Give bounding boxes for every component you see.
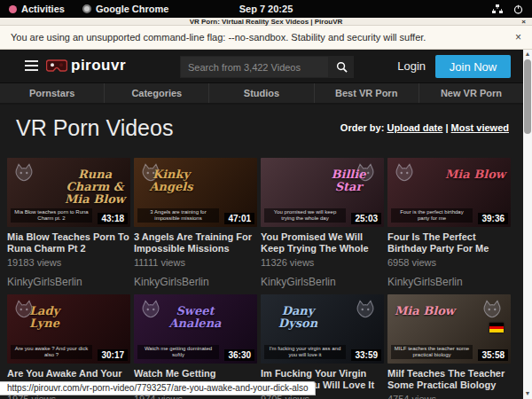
thumbnail-overlay-title: Billie Star [317,168,380,193]
thumbnail-overlay-title: Kinky Angels [139,168,203,193]
thumbnail-overlay-title: Mia Blow [443,168,507,181]
activities-label: Activities [21,4,65,14]
chrome-infobar: You are using an unsupported command-lin… [0,26,532,50]
vr-goggles-icon [46,59,67,73]
thumbnail-overlay-title: Dany Dyson [266,305,330,330]
video-title-link[interactable]: 3 Angels Are Training For Impossible Mis… [134,231,257,254]
power-icon[interactable] [513,4,523,14]
activities-dot-icon [9,5,17,13]
studio-cat-mask-icon [393,161,416,184]
thumbnail-caption: Watch me getting dominated softly [137,345,219,359]
infobar-message: You are using an unsupported command-lin… [11,32,426,43]
duration-badge: 39:36 [478,213,508,224]
video-thumbnail[interactable]: Mia Blow Four is the perfect birthday pa… [387,158,511,227]
duration-badge: 33:59 [351,349,381,361]
studio-cat-mask-icon [12,161,35,184]
studio-cat-mask-icon [481,298,504,321]
video-title-link[interactable]: Four Is The Perfect Birthday Party For M… [387,231,511,254]
window-titlebar: VR Porn: Virtual Reality Sex Videos | Pi… [0,18,532,26]
view-count: 19183 views [7,257,130,268]
duration-badge: 35:58 [478,349,508,361]
video-grid: Runa Charm & Mia Blow Mia Blow teaches p… [0,142,516,399]
activities-button[interactable]: Activities [0,0,74,18]
logo-text: pirouvr [71,57,126,74]
thumbnail-caption: Mia Blow teaches porn to Runa Charm pt. … [11,208,92,223]
duration-badge: 30:17 [98,349,128,361]
search-input[interactable]: Search from 3,422 Videos [180,56,329,78]
duration-badge: 25:03 [351,213,381,224]
login-link[interactable]: Login [397,59,426,73]
video-card[interactable]: Billie Star You promised we will keep tr… [261,158,384,288]
video-title-link[interactable]: Milf Teaches The Teacher Some Practical … [387,368,511,391]
menu-hamburger-icon[interactable] [25,60,38,71]
site-header: pirouvr Search from 3,422 Videos Login J… [0,50,523,83]
studio-cat-mask-icon [354,298,377,321]
order-most-viewed-link[interactable]: Most viewed [451,122,509,133]
site-logo[interactable]: pirouvr [46,57,126,74]
app-menu[interactable]: Google Chrome [74,0,178,18]
duration-badge: 47:01 [224,213,254,224]
german-flag-icon [489,323,504,332]
nav-studios[interactable]: Studios [208,83,313,103]
video-card[interactable]: Runa Charm & Mia Blow Mia Blow teaches p… [7,158,130,288]
system-top-bar: Activities Google Chrome Sep 7 20:25 [0,0,532,18]
video-thumbnail[interactable]: Dany Dyson I'm fucking your virgin ass a… [261,294,384,364]
video-thumbnail[interactable]: Sweet Analena Watch me getting dominated… [134,294,257,364]
scroll-up-icon[interactable]: ▲ [523,50,532,59]
studio-link[interactable]: KinkyGirlsBerlin [387,276,511,288]
nav-categories[interactable]: Categories [104,83,208,103]
studio-cat-mask-icon [139,298,162,321]
search-button[interactable] [329,56,354,78]
nav-new-vr-porn[interactable]: New VR Porn [419,83,523,103]
video-card[interactable]: Mia Blow Four is the perfect birthday pa… [387,158,511,288]
video-thumbnail[interactable]: Lady Lyne Are you awake ? And your dick … [7,294,130,364]
view-count: 4754 views [387,394,511,399]
video-thumbnail[interactable]: Runa Charm & Mia Blow Mia Blow teaches p… [7,158,130,227]
chrome-icon [82,4,91,13]
page-title: VR Porn Videos [16,115,173,141]
thumbnail-caption: MILF teaches the teacher some practical … [391,345,473,359]
video-card[interactable]: Kinky Angels 3 Angels are training for i… [134,158,257,288]
video-thumbnail[interactable]: Mia Blow MILF teaches the teacher some p… [387,294,511,364]
thumbnail-caption: You promised we will keep trying the who… [264,208,346,223]
thumbnail-caption: Are you awake ? And your dick also ? [11,345,92,359]
scroll-down-icon[interactable]: ▼ [523,389,532,398]
order-upload-date-link[interactable]: Upload date [387,122,442,133]
network-icon[interactable] [492,4,503,14]
studio-link[interactable]: KinkyGirlsBerlin [261,276,384,288]
studio-link[interactable]: KinkyGirlsBerlin [134,276,257,288]
thumbnail-overlay-title: Sweet Analena [163,305,227,330]
view-count: 11326 views [261,257,384,268]
search-icon [336,61,348,73]
thumbnail-caption: I'm fucking your virgin ass and you will… [264,345,346,359]
video-title-link[interactable]: Mia Blow Teaches Porn To Runa Charm Pt 2 [7,231,130,254]
studio-link[interactable]: KinkyGirlsBerlin [7,276,130,288]
nav-best-vr-porn[interactable]: Best VR Porn [314,83,419,103]
video-thumbnail[interactable]: Billie Star You promised we will keep tr… [261,158,384,227]
thumbnail-caption: Four is the perfect birthday party for m… [391,208,473,223]
thumbnail-caption: 3 Angels are training for impossible mis… [137,208,219,223]
scrollbar[interactable]: ▲ ▼ [523,50,532,399]
view-count: 6958 views [387,257,511,268]
scrollbar-thumb[interactable] [524,59,531,134]
duration-badge: 43:18 [98,213,128,224]
thumbnail-overlay-title: Lady Lyne [12,305,76,330]
nav-pornstars[interactable]: Pornstars [0,83,104,103]
view-count: 11111 views [134,257,257,268]
tab-close-icon[interactable]: × [521,18,526,26]
main-nav: Pornstars Categories Studios Best VR Por… [0,83,523,105]
browser-viewport: pirouvr Search from 3,422 Videos Login J… [0,50,532,399]
order-by-label: Order by: [340,122,385,133]
video-title-link[interactable]: You Promised We Will Keep Trying The Who… [261,231,384,254]
thumbnail-overlay-title: Runa Charm & Mia Blow [63,168,127,206]
order-by: Order by: Upload date | Most viewed [340,122,509,133]
join-now-button[interactable]: Join Now [435,55,511,78]
status-url-tooltip: https://pirouvr.com/vr-porn-video/779325… [0,381,316,395]
thumbnail-overlay-title: Mia Blow [393,305,457,317]
infobar-close-icon[interactable]: × [515,31,521,43]
window-title: VR Porn: Virtual Reality Sex Videos | Pi… [190,18,343,26]
duration-badge: 36:30 [224,349,254,361]
video-card[interactable]: Mia Blow MILF teaches the teacher some p… [387,294,511,399]
video-thumbnail[interactable]: Kinky Angels 3 Angels are training for i… [134,158,257,227]
app-menu-label: Google Chrome [96,4,169,14]
